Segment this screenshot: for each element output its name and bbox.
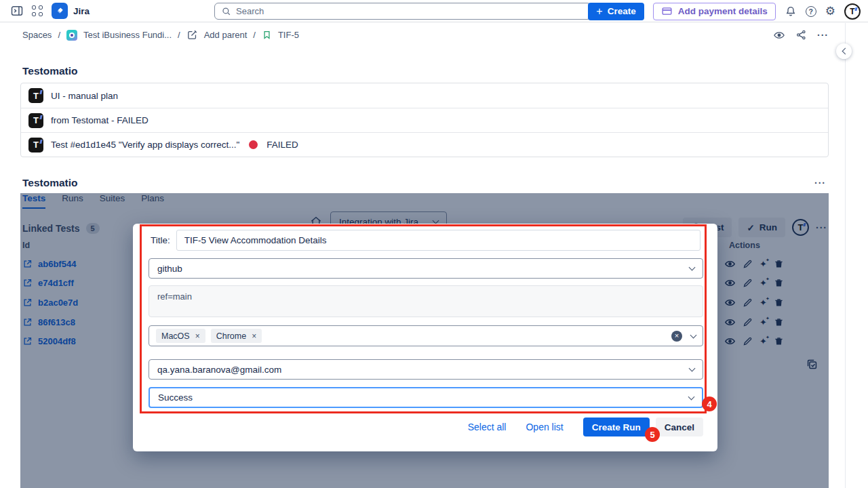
run-params-textarea[interactable]: ref=main [149, 285, 703, 317]
collapse-panel-button[interactable] [836, 43, 852, 59]
sidebar-toggle-icon[interactable] [10, 4, 24, 18]
clear-all-tags-icon[interactable]: × [671, 331, 682, 342]
breadcrumb-add-parent[interactable]: Add parent [204, 30, 248, 40]
user-avatar[interactable]: T [844, 3, 861, 20]
testomatio-logo-icon: T [28, 88, 43, 103]
breadcrumb-space-name[interactable]: Test iBusiness Fundi... [83, 30, 172, 40]
remove-tag-icon[interactable]: × [195, 331, 200, 341]
chevron-down-icon [689, 365, 696, 372]
testomatio-logo-icon: T [28, 138, 43, 152]
chevron-down-icon [689, 264, 696, 271]
list-item[interactable]: T UI - manual plan [21, 83, 828, 108]
select-all-link[interactable]: Select all [468, 422, 507, 432]
share-icon[interactable] [795, 29, 807, 41]
credit-card-icon [661, 5, 673, 17]
add-payment-details-button[interactable]: Add payment details [653, 3, 776, 20]
cancel-button[interactable]: Cancel [656, 418, 703, 436]
list-item[interactable]: T Test #ed1d1e45 "Verify app displays co… [21, 132, 828, 157]
testomatio-widget: Tests Runs Suites Plans Linked Tests 5 I… [20, 193, 829, 488]
tag-chip: Chrome × [211, 329, 262, 343]
space-icon [66, 30, 77, 41]
status-select[interactable]: Success [149, 387, 703, 408]
page-more-icon[interactable]: ··· [817, 30, 829, 41]
chevron-down-icon [688, 393, 695, 400]
remove-tag-icon[interactable]: × [252, 331, 256, 341]
help-icon[interactable]: ? [806, 6, 816, 17]
failed-status-icon [249, 140, 258, 149]
edit-icon [186, 29, 198, 41]
testomatio-logo-icon: T [28, 113, 43, 128]
chevron-down-icon [690, 331, 697, 338]
panel-divider [845, 23, 846, 488]
annotation-rectangle [140, 224, 707, 413]
app-switcher-icon[interactable] [32, 5, 43, 17]
search-input[interactable] [236, 6, 585, 16]
list-item-label: from Testomat - FAILED [51, 115, 149, 125]
top-navigation-bar: Jira + Create Add payment details ? ⚙ T [0, 0, 868, 22]
create-button[interactable]: + Create [588, 3, 644, 20]
notifications-bell-icon[interactable] [785, 5, 797, 18]
breadcrumb-spaces[interactable]: Spaces [22, 30, 52, 40]
breadcrumb: Spaces / Test iBusiness Fundi... / Add p… [0, 22, 868, 47]
jira-logo[interactable] [52, 3, 68, 19]
tag-chip: MacOS × [156, 329, 205, 343]
list-item[interactable]: T from Testomat - FAILED [21, 108, 828, 132]
global-search[interactable] [214, 3, 591, 20]
create-run-modal: Title: github ref=main MacOS × Chrome × … [133, 224, 717, 451]
plus-icon: + [596, 6, 602, 17]
watch-eye-icon[interactable] [773, 29, 785, 41]
run-title-input[interactable] [176, 230, 701, 251]
create-run-button[interactable]: Create Run [583, 418, 650, 436]
assignee-email-select[interactable]: qa.yana.baranova@gmail.com [149, 359, 703, 380]
status-text: FAILED [267, 140, 298, 150]
bookmark-icon [262, 30, 272, 40]
annotation-step-badge: 5 [645, 427, 660, 442]
section-title-testomatio: Testomatio [22, 65, 868, 77]
annotation-step-badge: 4 [702, 396, 717, 411]
widget-title: Testomatio [22, 177, 78, 189]
list-item-label: UI - manual plan [51, 91, 118, 101]
list-item-label: Test #ed1d1e45 "Verify app displays corr… [51, 140, 239, 150]
environment-select[interactable]: github [149, 258, 703, 279]
widget-more-icon[interactable]: ··· [814, 178, 826, 188]
title-label: Title: [151, 235, 170, 245]
app-name: Jira [73, 6, 90, 16]
open-list-link[interactable]: Open list [526, 422, 563, 432]
settings-gear-icon[interactable]: ⚙ [825, 5, 835, 17]
search-icon [221, 6, 231, 16]
tags-multiselect[interactable]: MacOS × Chrome × × [149, 325, 703, 346]
breadcrumb-page[interactable]: TIF-5 [278, 30, 299, 40]
testomatio-links-card: T UI - manual plan T from Testomat - FAI… [20, 83, 829, 157]
